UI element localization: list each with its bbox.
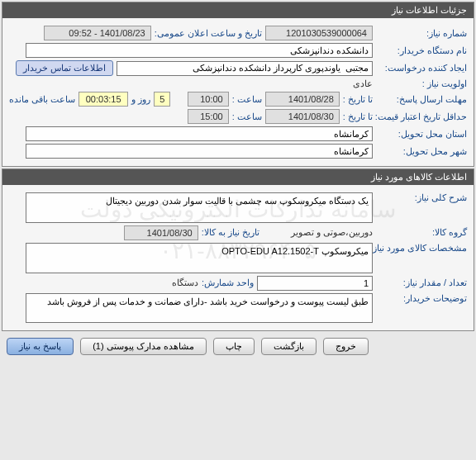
- need-no-value: 1201030539000064: [265, 26, 373, 40]
- desc-label: شرح کلی نیاز:: [376, 192, 467, 203]
- reply-time-value: 10:00: [188, 92, 229, 107]
- spec-field: [26, 243, 373, 273]
- to-date-label-2: تا تاریخ :: [343, 111, 373, 122]
- qty-field: [257, 276, 373, 291]
- price-valid-date: 1401/08/30: [265, 109, 340, 124]
- reply-date-value: 1401/08/28: [265, 92, 340, 107]
- buyer-field: [26, 43, 373, 58]
- remain-suffix: ساعت باقی مانده: [9, 94, 75, 105]
- qty-label: تعداد / مقدار نیاز:: [376, 277, 467, 288]
- announce-value: 1401/08/23 - 09:52: [44, 26, 151, 40]
- buyer-note-label: توضیحات خریدار:: [376, 293, 467, 304]
- goods-info-title: اطلاعات کالاهای مورد نیاز: [2, 169, 474, 185]
- need-details-panel: جزئیات اطلاعات نیاز شماره نیاز: 12010305…: [2, 2, 474, 167]
- time-label-1: ساعت :: [232, 94, 262, 105]
- spec-label: مشخصات کالای مورد نیاز:: [376, 243, 467, 254]
- back-button[interactable]: بازگشت: [261, 338, 317, 355]
- priority-value: عادی: [353, 78, 373, 89]
- need-details-title: جزئیات اطلاعات نیاز: [2, 2, 474, 18]
- buyer-contact-button[interactable]: اطلاعات تماس خریدار: [16, 60, 113, 76]
- buyer-note-field: [26, 293, 373, 324]
- remain-time-value: 00:03:15: [79, 92, 128, 107]
- to-date-label-1: تا تاریخ :: [343, 94, 373, 105]
- desc-field: [26, 192, 373, 223]
- group-value: دوربین،صوتی و تصویر: [291, 227, 373, 238]
- footer-bar: پاسخ به نیاز مشاهده مدارک پیوستی (1) چاپ…: [0, 333, 476, 360]
- reply-button[interactable]: پاسخ به نیاز: [7, 338, 74, 355]
- price-valid-label: حداقل تاریخ اعتبار قیمت:: [376, 111, 467, 122]
- priority-label: اولویت نیاز :: [376, 78, 467, 89]
- delivery-city-field: [26, 144, 373, 159]
- announce-label: تاریخ و ساعت اعلان عمومی:: [155, 28, 262, 39]
- requester-label: ایجاد کننده درخواست:: [376, 63, 467, 74]
- group-label: گروه کالا:: [376, 227, 467, 238]
- delivery-prov-label: استان محل تحویل:: [376, 129, 467, 140]
- goods-info-panel: اطلاعات کالاهای مورد نیاز شرح کلی نیاز: …: [2, 168, 474, 331]
- remain-days-label: روز و: [131, 94, 150, 105]
- unit-label: واحد شمارش:: [202, 277, 254, 288]
- buyer-label: نام دستگاه خریدار:: [376, 45, 467, 56]
- delivery-city-label: شهر محل تحویل:: [376, 146, 467, 157]
- print-button[interactable]: چاپ: [213, 338, 255, 355]
- need-no-label: شماره نیاز:: [376, 28, 467, 39]
- attachments-button[interactable]: مشاهده مدارک پیوستی (1): [80, 338, 207, 355]
- unit-value: دستگاه: [172, 277, 198, 288]
- time-label-2: ساعت :: [232, 111, 262, 122]
- need-date-label: تاریخ نیاز به کالا:: [202, 227, 259, 238]
- exit-button[interactable]: خروج: [323, 338, 369, 355]
- reply-deadline-label: مهلت ارسال پاسخ:: [376, 94, 467, 105]
- price-valid-time: 15:00: [188, 109, 229, 124]
- delivery-prov-field: [26, 126, 373, 141]
- remain-days-value: 5: [154, 92, 170, 107]
- requester-field: [117, 61, 373, 76]
- need-date-value: 1401/08/30: [124, 225, 198, 240]
